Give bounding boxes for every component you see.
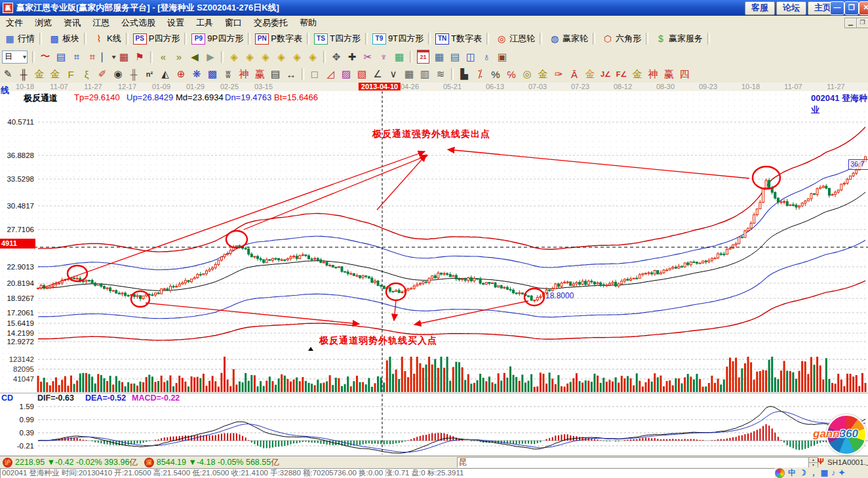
red-a-icon[interactable]: Ā [568,69,581,80]
menu-item-4[interactable]: 公式选股 [115,17,161,29]
save-icon[interactable]: ◫ [464,51,477,63]
red-pattern-icon[interactable]: ▦ [117,51,130,63]
ime-mode-icon[interactable]: 中 [788,468,796,478]
fan-box-icon[interactable]: ▨ [340,68,353,80]
ime-punct-icon[interactable]: ， [810,468,818,478]
shenzhen-index-value[interactable]: 8544.19 [157,458,186,467]
minimize-button[interactable]: — [830,1,844,15]
kline-tab-label[interactable]: 线 [1,85,9,96]
p-table-button[interactable]: PNP数字表 [255,33,302,45]
go-first-icon[interactable]: « [157,51,170,62]
gann-arrow-up-icon[interactable]: ◈ [243,51,256,63]
fan-box2-icon[interactable]: ▧ [355,68,368,80]
9p-square-button[interactable]: P99P四方形 [191,33,243,45]
spiral-tool-icon[interactable]: ξ [80,69,93,80]
calendar-icon[interactable]: 21 [417,50,429,64]
menu-item-5[interactable]: 设置 [161,17,190,29]
four-angle-icon[interactable]: 四 [678,68,691,81]
gann-arrow-cross-icon[interactable]: ◈ [290,51,304,63]
menu-item-7[interactable]: 窗口 [219,17,248,29]
ime-fullhalf-icon[interactable]: ☽ [799,468,806,477]
gann-arrow-star-icon[interactable]: ◈ [275,51,288,63]
t-table-button[interactable]: TNT数字表 [435,33,482,45]
service-button[interactable]: 客服 [745,1,775,15]
ruler123-icon[interactable]: ▤ [269,68,282,80]
grid-b-icon[interactable]: ▥ [418,68,431,80]
bars9-icon[interactable]: ⌗ [86,51,99,63]
gold-grid-icon[interactable]: 金 [33,68,46,81]
mdi-minimize-button[interactable]: ▁ [844,18,857,28]
grid-a-icon[interactable]: ▦ [403,68,416,80]
period-select[interactable]: 日 [2,50,28,64]
hexagon-button[interactable]: ⬡六角形 [600,33,641,45]
trident-tool-icon[interactable]: ♆ [377,51,390,62]
9t-square-button[interactable]: T99T四方形 [372,33,424,45]
gold-grid2-icon[interactable]: 金 [49,68,62,81]
menu-item-1[interactable]: 浏览 [29,17,58,29]
ime-settings-icon[interactable]: ✦ [838,468,845,477]
clipboard-icon[interactable]: ▤ [54,51,68,63]
forum-button[interactable]: 论坛 [776,1,806,15]
multi-line-icon[interactable]: ≋ [434,68,447,80]
gann-arrow-lr-icon[interactable]: ◈ [259,51,272,63]
shen-tool-icon[interactable]: 神 [237,68,250,81]
brush-icon[interactable]: ✑ [552,68,565,80]
pencil-red-icon[interactable]: ✐ [96,68,109,80]
winner-service-button[interactable]: $赢家服务 [653,33,703,45]
wave-mark-icon[interactable]: ʬ [222,69,235,80]
hline-tool-icon[interactable]: ╫ [17,69,30,80]
gold-angle-icon[interactable]: 金 [631,68,644,81]
ruler-lines-icon[interactable]: ╫ [127,69,140,80]
flag-icon[interactable]: ⚑ [133,51,146,63]
crosshair-tool-icon[interactable]: ✚ [345,51,359,63]
restore-button[interactable]: ❐ [844,1,859,15]
menu-item-2[interactable]: 资讯 [58,17,87,29]
notes-icon[interactable]: ▤ [448,51,462,63]
pen-tool-icon[interactable]: ✎ [1,68,14,80]
sectors-button[interactable]: ▩板块 [47,33,79,45]
gold-bar-icon[interactable]: 金 [536,68,549,81]
winner-wheel-button[interactable]: ◍赢家轮 [547,33,588,45]
go-last-icon[interactable]: » [172,51,186,62]
width-tool-icon[interactable]: ↔ [285,69,298,80]
j-angle-icon[interactable]: J∠ [599,70,612,79]
p-square-button[interactable]: PSP四方形 [133,33,180,45]
gann-fan-icon[interactable]: ◿ [324,68,337,80]
ime-keyboard-icon[interactable]: ▦ [821,468,828,477]
quotes-button[interactable]: ▦行情 [2,33,35,45]
prev-bar-icon[interactable]: ◀ [188,51,201,63]
target-cross-icon[interactable]: ⊕ [174,68,187,80]
index-name-label[interactable]: SH1A0001.上证指数 [827,458,868,468]
gann-wheel-button[interactable]: ◎江恩轮 [494,33,535,45]
bars3-icon[interactable]: ⌗ [70,51,83,63]
percent3-icon[interactable]: ℅ [505,69,518,80]
angle-line-icon[interactable]: ∠ [371,68,384,80]
frame-tool-icon[interactable]: ◻ [308,68,321,80]
win-tool-icon[interactable]: 赢 [253,68,266,81]
menu-item-3[interactable]: 江恩 [87,17,115,29]
gann-arrow-wheel-icon[interactable]: ◈ [306,51,319,63]
kline-button[interactable]: ⌇K线 [91,33,121,45]
gann-arrow-left-icon[interactable]: ◈ [227,51,241,63]
menu-item-9[interactable]: 帮助 [294,17,323,29]
briefcase-icon[interactable]: ▣ [496,51,509,63]
macd-tab-label[interactable]: CD [1,393,13,403]
hand-tool-icon[interactable]: ✥ [330,51,343,63]
next-bar-icon[interactable]: ▶ [204,51,217,63]
n-square-icon[interactable]: n² [143,70,156,78]
grid-box-icon[interactable]: ▩ [206,68,219,80]
close-button[interactable]: ✕ [859,1,868,15]
ime-mic-icon[interactable]: ♪ [831,468,835,477]
mdi-restore-button[interactable]: ❐ [856,18,868,28]
percent-line-icon[interactable]: ⁒ [473,68,486,80]
macd-panel[interactable] [0,401,868,455]
ime-logo-icon[interactable] [775,468,785,478]
star-burst-icon[interactable]: ❋ [190,68,203,80]
menu-item-6[interactable]: 工具 [190,17,219,29]
menu-item-8[interactable]: 交易委托 [248,17,294,29]
win-angle-icon[interactable]: 赢 [662,68,675,81]
scissors-tool-icon[interactable]: ✂ [361,51,374,63]
stats-icon[interactable]: ▙ [458,68,471,80]
v-line-icon[interactable]: ∨ [387,68,400,80]
fibo-f-icon[interactable]: F [64,69,77,80]
